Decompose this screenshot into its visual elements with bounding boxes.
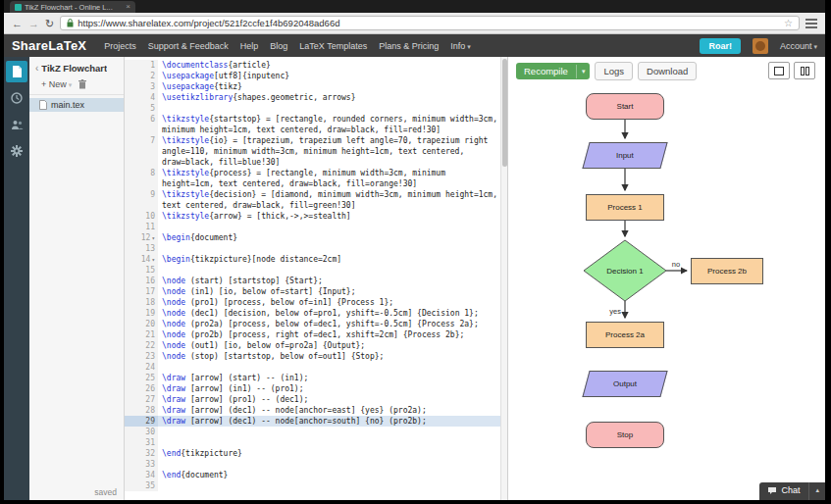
clock-icon [11,92,23,104]
code-line-21[interactable]: 21\node (pro2b) [process, right of=dec1,… [125,329,507,340]
code-line-9[interactable]: 9\tikzstyle{decision} = [diamond, minimu… [125,189,507,211]
code-line-6[interactable]: 6\tikzstyle{startstop} = [rectangle, rou… [125,114,507,135]
nav-help[interactable]: Help [240,41,259,51]
code-line-23[interactable]: 23\node (stop) [startstop, below of=out1… [125,351,507,362]
code-line-5[interactable]: 5 [125,103,507,114]
sidebar-item-history[interactable] [6,87,27,109]
recompile-button[interactable]: Recompile ▾ [516,63,590,79]
avatar[interactable] [753,38,768,54]
roar-button[interactable]: Roar! [700,38,741,54]
nav-info[interactable]: Info▾ [450,41,471,51]
line-number: 27 [125,394,158,405]
nav-blog[interactable]: Blog [270,41,287,51]
bookmark-star-icon[interactable]: ☆ [784,18,793,28]
new-file-button[interactable]: + New▾ [41,79,72,89]
code-line-1[interactable]: 1\documentclass{article} [125,60,507,71]
code-line-15[interactable]: 15 [125,265,507,276]
code-text: \node (out1) [io, below of=pro2a] {Outpu… [158,340,507,351]
flowchart-node-process2a: Process 2a [586,322,664,348]
url-bar[interactable]: https://www.sharelatex.com/project/521f2… [60,16,800,30]
code-line-29[interactable]: 29\draw [arrow] (dec1) -- node[anchor=so… [125,416,507,427]
code-text [158,103,507,114]
sidebar-item-settings[interactable] [6,140,27,162]
nav-plans-pricing[interactable]: Plans & Pricing [379,41,439,51]
line-number: 33 [125,459,158,470]
line-number: 21 [125,329,158,340]
code-editor[interactable]: 1\documentclass{article}2\usepackage[utf… [125,57,507,500]
code-line-19[interactable]: 19\node (dec1) [decision, below of=pro1,… [125,308,507,319]
browser-menu-icon[interactable] [805,23,817,25]
forward-icon[interactable]: → [28,18,39,29]
account-menu[interactable]: Account▾ [780,41,817,51]
code-line-3[interactable]: 3\usepackage{tikz} [125,81,507,92]
code-line-26[interactable]: 26\draw [arrow] (in1) -- (pro1); [125,383,507,394]
line-number: 20 [125,319,158,329]
code-line-33[interactable]: 33 [125,459,507,470]
browser-window: TikZ Flowchart - Online L... × ← → ↻ htt… [4,0,825,500]
recompile-dropdown-icon[interactable]: ▾ [576,65,591,78]
code-line-35[interactable]: 35 [125,480,507,491]
code-line-4[interactable]: 4\usetikzlibrary{shapes.geometric, arrow… [125,92,507,103]
editor-scrollbar[interactable] [500,57,507,500]
line-number: 32 [125,448,158,459]
sidebar-item-collaborators[interactable] [6,114,27,135]
code-line-11[interactable]: 11 [125,222,507,232]
sidebar-item-files[interactable] [6,61,27,82]
download-button[interactable]: Download [638,62,697,80]
view-toggles [768,62,815,79]
code-line-31[interactable]: 31 [125,437,507,448]
code-line-8[interactable]: 8\tikzstyle{process} = [rectangle, minim… [125,168,507,189]
code-line-2[interactable]: 2\usepackage[utf8]{inputenc} [125,71,507,81]
edge-label-no: no [672,260,680,269]
code-text: \draw [arrow] (start) -- (in1); [158,373,507,383]
logs-button[interactable]: Logs [595,62,633,80]
code-line-14[interactable]: 14▾\begin{tikzpicture}[node distance=2cm… [125,254,507,265]
code-line-7[interactable]: 7\tikzstyle{io} = [trapezium, trapezium … [125,135,507,168]
brand-logo[interactable]: ShareLaTeX [12,38,86,53]
code-line-22[interactable]: 22\node (out1) [io, below of=pro2a] {Out… [125,340,507,351]
code-line-16[interactable]: 16\node (start) [startstop] {Start}; [125,276,507,286]
code-line-12[interactable]: 12▾\begin{document} [125,232,507,243]
code-line-28[interactable]: 28\draw [arrow] (dec1) -- node[anchor=ea… [125,405,507,416]
line-number: 11 [125,222,158,232]
code-line-25[interactable]: 25\draw [arrow] (start) -- (in1); [125,373,507,383]
tab-close-icon[interactable]: × [126,3,130,11]
code-line-10[interactable]: 10\tikzstyle{arrow} = [thick,->,>=stealt… [125,211,507,222]
code-line-30[interactable]: 30 [125,427,507,437]
code-text: \tikzstyle{startstop} = [rectangle, roun… [158,114,507,135]
edge-label-yes: yes [609,307,621,316]
split-view-button[interactable] [794,62,815,79]
trash-icon[interactable] [78,79,86,89]
code-text [158,459,507,470]
code-line-24[interactable]: 24 [125,362,507,373]
flowchart-label-decision1: Decision 1 [584,240,666,301]
nav-projects[interactable]: Projects [104,41,136,51]
nav-support-feedback[interactable]: Support & Feedback [148,41,229,51]
refresh-icon[interactable]: ↻ [45,18,54,29]
code-text [158,265,507,276]
code-line-17[interactable]: 17\node (in1) [io, below of=start] {Inpu… [125,286,507,297]
code-text: \tikzstyle{arrow} = [thick,->,>=stealth] [158,211,507,222]
chevron-left-icon[interactable]: ‹ [35,63,38,74]
nav-latex-templates[interactable]: LaTeX Templates [299,41,367,51]
line-number: 22 [125,340,158,351]
full-view-button[interactable] [768,62,790,79]
code-line-20[interactable]: 20\node (pro2a) [process, below of=dec1,… [125,319,507,329]
file-actions: + New▾ [29,77,124,95]
flowchart-node-input: Input [582,142,667,169]
back-icon[interactable]: ← [12,18,23,29]
chat-collapse-button[interactable]: ▴ [808,482,825,500]
code-line-32[interactable]: 32\end{tikzpicture} [125,448,507,459]
code-line-34[interactable]: 34\end{document} [125,470,507,480]
code-line-18[interactable]: 18\node (pro1) [process, below of=in1] {… [125,297,507,308]
code-text: \node (dec1) [decision, below of=pro1, y… [158,308,507,319]
code-text: \usepackage[utf8]{inputenc} [158,71,507,81]
line-number: 5 [125,103,158,114]
chat-button[interactable]: Chat [759,482,808,500]
browser-tab[interactable]: TikZ Flowchart - Online L... × [10,1,135,13]
file-item-main-tex[interactable]: main.tex [29,98,124,112]
code-line-13[interactable]: 13 [125,243,507,254]
line-number: 34 [125,470,158,480]
code-line-27[interactable]: 27\draw [arrow] (pro1) -- (dec1); [125,394,507,405]
code-text: \usepackage{tikz} [158,81,507,92]
